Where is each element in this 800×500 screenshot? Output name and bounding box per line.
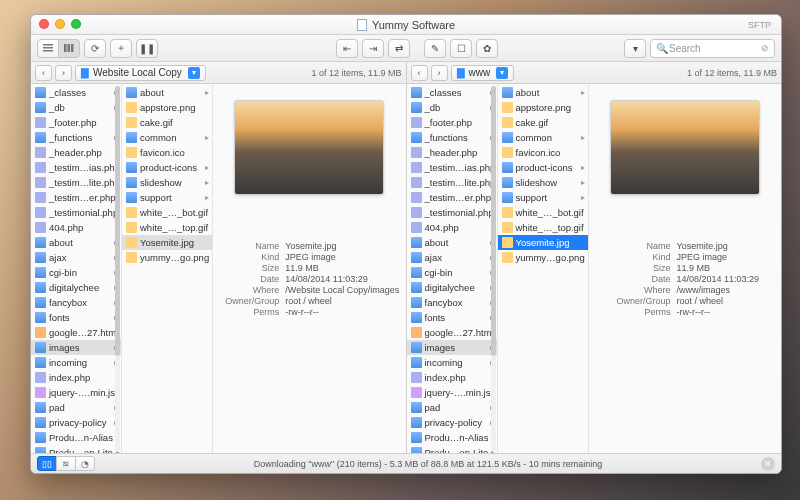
list-item[interactable]: white_…_top.gif <box>498 220 588 235</box>
dual-pane-button[interactable]: ▯▯ <box>37 456 57 471</box>
list-item[interactable]: index.php <box>31 370 121 385</box>
list-item[interactable]: cake.gif <box>498 115 588 130</box>
right-forward-button[interactable]: › <box>431 65 448 81</box>
list-item[interactable]: incoming▸ <box>31 355 121 370</box>
list-item[interactable]: privacy-policy▸ <box>31 415 121 430</box>
list-item[interactable]: jquery-….min.js <box>31 385 121 400</box>
list-item[interactable]: Produ…n-Alias▸ <box>31 430 121 445</box>
right-back-button[interactable]: ‹ <box>411 65 428 81</box>
list-item[interactable]: _testim…lite.php <box>407 175 497 190</box>
edit-button[interactable]: ✎ <box>424 39 446 58</box>
list-item[interactable]: images▸ <box>407 340 497 355</box>
list-item[interactable]: about▸ <box>31 235 121 250</box>
minimize-icon[interactable] <box>55 19 65 29</box>
list-view-button[interactable] <box>37 39 59 58</box>
log-button[interactable]: ◔ <box>75 456 95 471</box>
list-item[interactable]: _functions▸ <box>31 130 121 145</box>
list-item[interactable]: cake.gif <box>122 115 212 130</box>
list-item[interactable]: _testim…ias.php <box>31 160 121 175</box>
list-item[interactable]: _testimonial.php <box>31 205 121 220</box>
list-item[interactable]: appstore.png <box>122 100 212 115</box>
list-item[interactable]: common▸ <box>122 130 212 145</box>
list-item[interactable]: _footer.php <box>407 115 497 130</box>
list-item[interactable]: digitalychee▸ <box>407 280 497 295</box>
list-item[interactable]: Yosemite.jpg <box>498 235 588 250</box>
list-item[interactable]: _testim…er.php <box>407 190 497 205</box>
list-item[interactable]: _testim…lite.php <box>31 175 121 190</box>
list-item[interactable]: white_…_top.gif <box>122 220 212 235</box>
list-item[interactable]: _classes▸ <box>407 85 497 100</box>
list-item[interactable]: digitalychee▸ <box>31 280 121 295</box>
list-item[interactable]: _functions▸ <box>407 130 497 145</box>
list-item[interactable]: _db▸ <box>31 100 121 115</box>
filter-button[interactable]: ▾ <box>624 39 646 58</box>
list-item[interactable]: about▸ <box>407 235 497 250</box>
left-back-button[interactable]: ‹ <box>35 65 52 81</box>
action-button[interactable]: ✿ <box>476 39 498 58</box>
list-item[interactable]: cgi-bin▸ <box>31 265 121 280</box>
list-item[interactable]: _testim…ias.php <box>407 160 497 175</box>
list-item[interactable]: _footer.php <box>31 115 121 130</box>
list-item[interactable]: pad▸ <box>407 400 497 415</box>
pause-button[interactable]: ❚❚ <box>136 39 158 58</box>
list-item[interactable]: pad▸ <box>31 400 121 415</box>
list-item[interactable]: ajax▸ <box>407 250 497 265</box>
activity-button[interactable]: ≋ <box>56 456 76 471</box>
list-item[interactable]: slideshow▸ <box>498 175 588 190</box>
left-path-dropdown[interactable]: ▇ Website Local Copy ▾ <box>75 65 206 81</box>
search-input[interactable]: 🔍 Search ⊘ <box>650 39 775 58</box>
column-view-button[interactable] <box>58 39 80 58</box>
list-item[interactable]: _testim…er.php <box>31 190 121 205</box>
list-item[interactable]: _testimonial.php <box>407 205 497 220</box>
scrollbar[interactable] <box>115 86 120 451</box>
list-item[interactable]: common▸ <box>498 130 588 145</box>
zoom-icon[interactable] <box>71 19 81 29</box>
preview-button[interactable]: ☐ <box>450 39 472 58</box>
list-item[interactable]: favicon.ico <box>122 145 212 160</box>
file-column-2[interactable]: about▸appstore.pngcake.gifcommon▸favicon… <box>498 84 589 453</box>
list-item[interactable]: incoming▸ <box>407 355 497 370</box>
copy-right-button[interactable]: ⇥ <box>362 39 384 58</box>
list-item[interactable]: about▸ <box>122 85 212 100</box>
list-item[interactable]: _db▸ <box>407 100 497 115</box>
list-item[interactable]: Produ…on-Lite▸ <box>407 445 497 453</box>
list-item[interactable]: fonts▸ <box>407 310 497 325</box>
list-item[interactable]: support▸ <box>498 190 588 205</box>
list-item[interactable]: fancybox▸ <box>31 295 121 310</box>
list-item[interactable]: google…27.html <box>31 325 121 340</box>
list-item[interactable]: _header.php <box>31 145 121 160</box>
reload-button[interactable]: ⟳ <box>84 39 106 58</box>
add-button[interactable]: ＋ <box>110 39 132 58</box>
list-item[interactable]: product-icons▸ <box>122 160 212 175</box>
list-item[interactable]: yummy…go.png <box>498 250 588 265</box>
list-item[interactable]: images▸ <box>31 340 121 355</box>
list-item[interactable]: white_…_bot.gif <box>498 205 588 220</box>
copy-left-button[interactable]: ⇤ <box>336 39 358 58</box>
list-item[interactable]: 404.php <box>31 220 121 235</box>
list-item[interactable]: fancybox▸ <box>407 295 497 310</box>
list-item[interactable]: 404.php <box>407 220 497 235</box>
close-icon[interactable] <box>39 19 49 29</box>
list-item[interactable]: _classes▸ <box>31 85 121 100</box>
list-item[interactable]: product-icons▸ <box>498 160 588 175</box>
list-item[interactable]: favicon.ico <box>498 145 588 160</box>
left-forward-button[interactable]: › <box>55 65 72 81</box>
list-item[interactable]: support▸ <box>122 190 212 205</box>
sync-button[interactable]: ⇄ <box>388 39 410 58</box>
list-item[interactable]: ajax▸ <box>31 250 121 265</box>
file-column-1[interactable]: _classes▸_db▸_footer.php_functions▸_head… <box>31 84 122 453</box>
right-path-dropdown[interactable]: ▇ www ▾ <box>451 65 515 81</box>
list-item[interactable]: google…27.html <box>407 325 497 340</box>
list-item[interactable]: Produ…n-Alias▸ <box>407 430 497 445</box>
list-item[interactable]: fonts▸ <box>31 310 121 325</box>
file-column-2[interactable]: about▸appstore.pngcake.gifcommon▸favicon… <box>122 84 213 453</box>
cancel-transfer-button[interactable]: ✕ <box>761 457 775 471</box>
list-item[interactable]: index.php <box>407 370 497 385</box>
list-item[interactable]: yummy…go.png <box>122 250 212 265</box>
list-item[interactable]: white_…_bot.gif <box>122 205 212 220</box>
clear-search-icon[interactable]: ⊘ <box>761 43 769 53</box>
list-item[interactable]: Yosemite.jpg <box>122 235 212 250</box>
list-item[interactable]: jquery-….min.js <box>407 385 497 400</box>
list-item[interactable]: _header.php <box>407 145 497 160</box>
list-item[interactable]: Produ…on-Lite▸ <box>31 445 121 453</box>
